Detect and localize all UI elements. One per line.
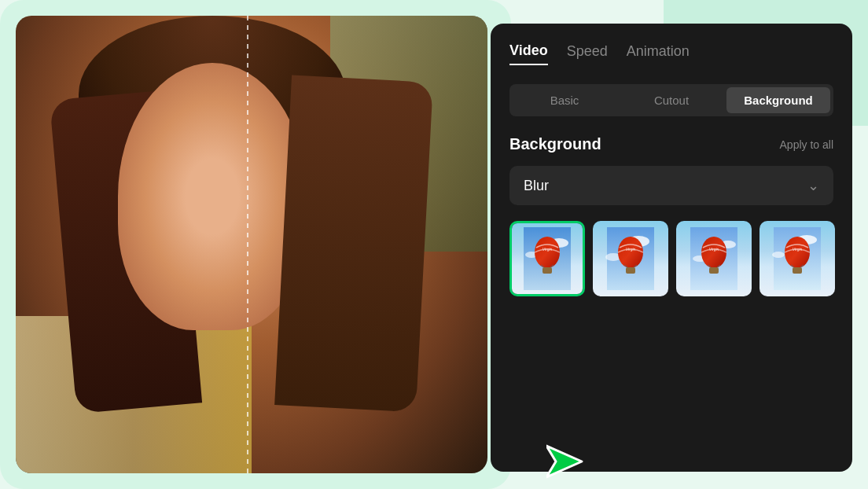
svg-text:Virgin: Virgin xyxy=(542,247,553,252)
subtab-basic[interactable]: Basic xyxy=(513,87,616,113)
svg-point-27 xyxy=(785,237,810,268)
balloon-icon-4: Virgin xyxy=(770,227,825,290)
chevron-down-icon: ⌄ xyxy=(807,177,819,194)
svg-text:Virgin: Virgin xyxy=(793,247,803,252)
svg-point-19 xyxy=(701,237,726,268)
scene-wrapper: Video Speed Animation Basic Cutout Backg… xyxy=(0,0,868,489)
svg-text:Virgin: Virgin xyxy=(709,247,719,252)
balloon-icon-2: Virgin xyxy=(603,227,658,290)
apply-all-link[interactable]: Apply to all xyxy=(780,138,833,151)
subtab-cutout[interactable]: Cutout xyxy=(620,87,723,113)
thumbnail-2[interactable]: Virgin xyxy=(593,221,668,296)
svg-text:Virgin: Virgin xyxy=(626,247,636,252)
thumb-1-balloon-bg: Virgin xyxy=(512,223,583,294)
tab-animation[interactable]: Animation xyxy=(627,43,690,64)
tab-video[interactable]: Video xyxy=(509,42,548,65)
tab-speed[interactable]: Speed xyxy=(567,43,608,64)
balloon-icon-1: Virgin xyxy=(520,227,575,290)
thumb-2-balloon-bg: Virgin xyxy=(593,221,668,296)
svg-point-26 xyxy=(772,252,785,258)
hair-side-right xyxy=(274,75,433,413)
section-title: Background xyxy=(509,135,601,153)
photo-container xyxy=(16,16,487,473)
balloon-icon-3: Virgin xyxy=(686,227,741,290)
svg-rect-20 xyxy=(709,267,719,274)
svg-rect-28 xyxy=(793,267,802,274)
svg-point-11 xyxy=(618,237,643,268)
thumbnail-1[interactable]: Virgin xyxy=(509,221,585,296)
svg-point-3 xyxy=(535,237,560,268)
tabs-row: Video Speed Animation xyxy=(509,42,833,65)
face-area xyxy=(118,63,307,330)
blur-dropdown[interactable]: Blur ⌄ xyxy=(509,166,833,205)
dotted-center-line xyxy=(247,16,248,473)
thumbnail-4[interactable]: Virgin xyxy=(760,221,835,296)
dropdown-label: Blur xyxy=(524,178,549,194)
panel: Video Speed Animation Basic Cutout Backg… xyxy=(491,24,852,472)
subtab-background[interactable]: Background xyxy=(726,87,830,113)
svg-rect-12 xyxy=(626,267,635,274)
thumb-4-balloon-bg: Virgin xyxy=(760,221,835,296)
thumbnail-grid: Virgin xyxy=(509,221,833,296)
svg-marker-32 xyxy=(546,446,582,477)
cursor-arrow-icon xyxy=(546,442,586,481)
section-header: Background Apply to all xyxy=(509,135,833,153)
svg-rect-4 xyxy=(542,267,552,274)
thumb-3-balloon-bg: Virgin xyxy=(676,221,752,296)
portrait-photo xyxy=(16,16,487,473)
subtabs-row: Basic Cutout Background xyxy=(509,84,833,116)
thumbnail-3[interactable]: Virgin xyxy=(676,221,752,296)
